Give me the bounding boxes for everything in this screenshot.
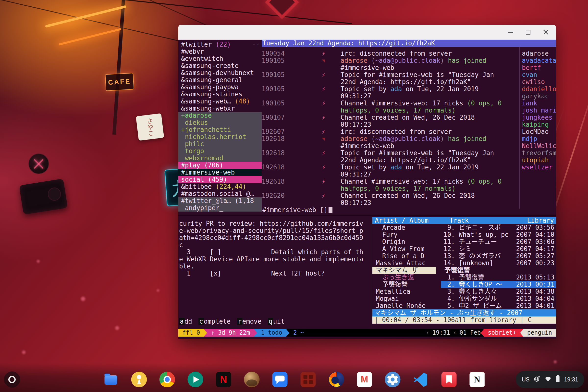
channel-label: +jofranchetti	[181, 126, 231, 133]
message-timestamp: 190105	[262, 86, 322, 93]
irc-message-line: 192620⚡Channel created on Wed, 26 Dec 20…	[262, 192, 519, 199]
channel-row[interactable]: &samsung-general	[178, 76, 262, 84]
todo-line: curity PR to review: https://github.com/…	[179, 220, 363, 227]
tmux-statusbar: ffl 0↑ 3d 9h 22m1 todo2 ~ ‹19:31‹01 Febs…	[178, 329, 556, 336]
music-row[interactable]: マキシマム ザ予襲復讐	[372, 267, 556, 274]
channel-row[interactable]: #twitter_@la… (1,18	[178, 197, 262, 204]
channel-row[interactable]: &samsung-web… (48)	[178, 98, 262, 105]
notion-app-icon[interactable]	[469, 371, 486, 388]
tmux-segment: sobriet+	[484, 329, 520, 336]
nicklist-item[interactable]: jungkees	[522, 114, 556, 121]
netflix-app-icon[interactable]	[215, 371, 232, 388]
music-header-artist: Artist / Album	[375, 217, 428, 224]
channel-label: +adarose	[181, 112, 212, 119]
nicklist-item[interactable]: LocMDao	[522, 128, 556, 135]
channel-row[interactable]: &samsung-create	[178, 62, 262, 70]
nicklist-item[interactable]: wseltzer	[522, 164, 556, 171]
music-row[interactable]: Mogwai 4. 便所サンダル2013 04:04	[372, 295, 556, 302]
music-row[interactable]: Rise of a D13. 恋 のメガラバ2007 05:27	[372, 252, 556, 260]
music-row[interactable]: ぶっ生き返 1. 予襲復讐2013 05:13	[372, 274, 556, 281]
channel-row[interactable]: #immersive-web	[178, 169, 262, 176]
channel-row[interactable]: philc	[178, 140, 262, 148]
files-app-icon[interactable]	[102, 371, 120, 388]
irc-input[interactable]: #immersive-web []	[262, 206, 332, 214]
maximize-button[interactable]	[523, 27, 533, 38]
nicklist-item[interactable]: avadacata	[522, 57, 556, 64]
irc-message-line: 09:31:27	[262, 93, 519, 100]
channel-row[interactable]: &samsung-paypwa	[178, 84, 262, 91]
message-icon-spacer	[322, 78, 340, 86]
music-row[interactable]: 予襲復讐 2. 鬱くしきOP ～2013 00:31	[372, 281, 556, 288]
gmail-app-icon[interactable]	[356, 371, 373, 388]
channel-row[interactable]: +jofranchetti	[178, 126, 262, 133]
nicklist-item[interactable]: bertf	[522, 64, 556, 71]
music-row[interactable]: Massive Attac14. [unknown]2007 00:23	[372, 260, 556, 267]
vscode-app-icon[interactable]	[412, 371, 429, 388]
play-media-app-icon[interactable]	[187, 371, 204, 388]
channel-row[interactable]: nicholas.herriot	[178, 133, 262, 140]
music-row[interactable]: Arcade 9. ビキニ・ スポ2007 03:56	[372, 224, 556, 231]
irc-message-line: 192618⚡Channel #immersive-web: 17 nicks …	[262, 178, 519, 185]
music-row[interactable]: Fury10. What's up, pe2007 04:10	[372, 231, 556, 238]
channel-row[interactable]: &bitlbee (224,44)	[178, 183, 262, 190]
music-row[interactable]: Metallica 3. 鬱くしき人々2013 04:38	[372, 288, 556, 295]
channel-row[interactable]: &eventwitch	[178, 55, 262, 62]
todo-line: 3 [ ] Detail which parts of th	[179, 248, 363, 256]
nicklist-item[interactable]: iank_	[522, 100, 556, 107]
music-track-cell: 5. 中2 ザ ビーム2013 04:01	[441, 302, 556, 310]
nicklist-item[interactable]: NellWalic	[522, 142, 556, 150]
channel-row[interactable]: social (459)	[178, 176, 262, 183]
nicklist-item[interactable]: cwilso	[522, 78, 556, 86]
channel-row[interactable]: +adarose	[178, 112, 262, 119]
message-timestamp: 190107	[262, 114, 322, 121]
nicklist-item[interactable]: josh_mari	[522, 107, 556, 114]
channel-row[interactable]: #play (706)	[178, 162, 262, 169]
channel-row[interactable]: andypiper_	[178, 204, 262, 212]
channel-row[interactable]: &samsung-staines	[178, 91, 262, 98]
nicklist-item[interactable]: kaiping	[522, 121, 556, 128]
window-titlebar[interactable]	[178, 25, 556, 40]
channel-row[interactable]: torgo	[178, 148, 262, 155]
chat-app-icon[interactable]	[272, 371, 289, 388]
system-tray[interactable]: US 19:31	[516, 371, 584, 388]
network-event-icon: ⚡	[322, 128, 340, 135]
network-event-icon: ⚡	[322, 192, 340, 199]
nicklist-item[interactable]: adarose	[522, 50, 556, 57]
nicklist-item[interactable]: utopiah	[522, 157, 556, 164]
channel-row[interactable]: #mastodon.social_@…	[178, 190, 262, 197]
channel-row[interactable]: #webvr	[178, 48, 262, 55]
powerline-arrow	[286, 329, 289, 336]
nicklist-item[interactable]: cvan	[522, 71, 556, 78]
game-app-icon[interactable]	[243, 371, 261, 388]
close-button[interactable]	[540, 27, 551, 38]
irc-message-line: 192607⚡irc: disconnected from server	[262, 128, 519, 135]
channel-row[interactable]: &samsung-webxr	[178, 105, 262, 112]
red-banner-app-icon[interactable]	[441, 371, 458, 388]
music-row[interactable]: Janelle Monáe 5. 中2 ザ ビーム2013 04:01	[372, 302, 556, 310]
music-row[interactable]: A View From12. シミ2007 04:17	[372, 246, 556, 252]
channel-row[interactable]: diekus	[178, 119, 262, 126]
nicklist-item[interactable]: ddaniello	[522, 86, 556, 93]
nicklist-item[interactable]: trevorfsm	[522, 150, 556, 157]
music-track-cell: 1. 予襲復讐2013 05:13	[441, 274, 556, 281]
message-text: adarose (~ada@public.cloak) has joined	[340, 135, 519, 142]
channel-row[interactable]: &samsung-devhubnext	[178, 70, 262, 76]
music-row[interactable]: Origin11. チューチュー2007 03:06	[372, 238, 556, 246]
nicklist-item[interactable]: mdjp	[522, 135, 556, 142]
nicklist-item[interactable]: garykac	[522, 93, 556, 100]
settings-app-icon[interactable]	[384, 371, 401, 388]
pane-divider-horizontal[interactable]	[178, 215, 556, 216]
wifi-icon	[544, 375, 552, 384]
red-grid-game-app-icon[interactable]	[300, 371, 317, 388]
powerline-arrow	[204, 329, 207, 336]
powerline-arrow	[254, 329, 257, 336]
password-key-app-icon[interactable]	[131, 371, 148, 388]
firefox-app-icon[interactable]	[328, 371, 345, 388]
channel-row[interactable]: #twitter (22)--	[178, 41, 262, 48]
launcher-button[interactable]	[4, 372, 20, 388]
minimize-button[interactable]	[505, 27, 516, 38]
channel-row[interactable]: webxrnomad	[178, 155, 262, 162]
chrome-app-icon[interactable]	[159, 371, 176, 388]
channel-label: #twitter_@la…	[181, 197, 231, 204]
music-track-cell: 予襲復讐	[441, 267, 556, 274]
